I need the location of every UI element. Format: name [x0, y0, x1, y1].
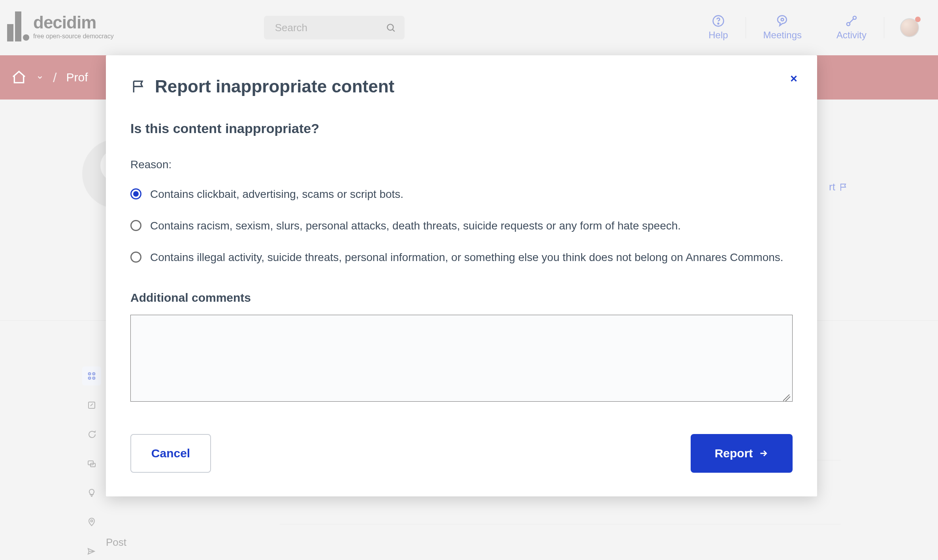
cancel-button[interactable]: Cancel	[130, 434, 211, 473]
radio-icon	[130, 188, 141, 199]
reason-text: Contains clickbait, advertising, scams o…	[150, 186, 403, 203]
report-label: Report	[715, 447, 753, 460]
cancel-label: Cancel	[151, 447, 190, 460]
reason-option-0[interactable]: Contains clickbait, advertising, scams o…	[130, 186, 793, 203]
reason-option-1[interactable]: Contains racism, sexism, slurs, personal…	[130, 218, 793, 234]
radio-icon	[130, 220, 141, 231]
comments-textarea[interactable]	[130, 315, 793, 402]
resize-handle-icon[interactable]	[783, 395, 790, 402]
report-button[interactable]: Report	[691, 434, 793, 473]
reason-text: Contains racism, sexism, slurs, personal…	[150, 218, 681, 234]
arrow-right-icon	[758, 448, 768, 459]
report-modal: Report inappropriate content Is this con…	[106, 55, 817, 496]
reason-option-2[interactable]: Contains illegal activity, suicide threa…	[130, 249, 793, 266]
modal-subtitle: Is this content inappropriate?	[130, 121, 793, 136]
radio-icon	[130, 252, 141, 263]
flag-icon	[130, 79, 146, 94]
comments-label: Additional comments	[130, 291, 793, 304]
reason-label: Reason:	[130, 158, 793, 171]
modal-title: Report inappropriate content	[155, 77, 394, 96]
close-button[interactable]	[789, 73, 799, 84]
reason-text: Contains illegal activity, suicide threa…	[150, 249, 784, 266]
